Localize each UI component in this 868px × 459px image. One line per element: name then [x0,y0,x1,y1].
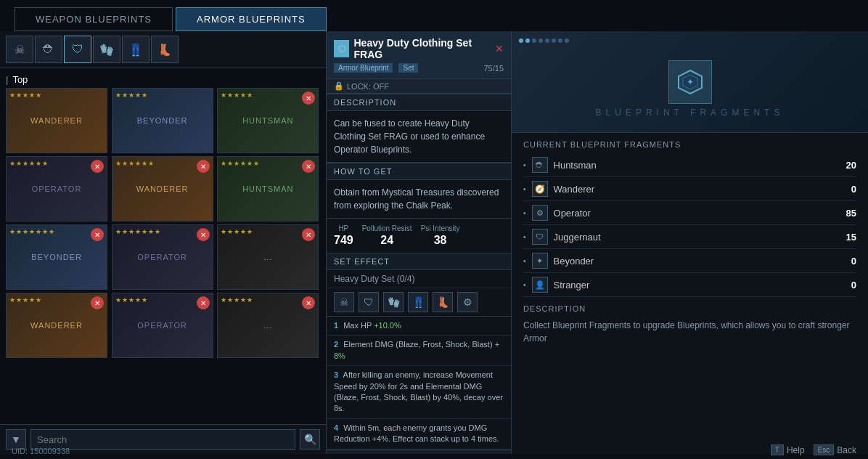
top-tabs: WEAPON BLUEPRINTS ARMOR BLUEPRINTS [0,0,868,31]
fragment-icon: ✦ [668,60,712,104]
stat-hp: HP 749 [334,224,353,247]
set-slot-head: ☠ [334,292,354,312]
effect-4: 4 Within 5m, each enemy grants you DMG R… [327,419,511,450]
beyonder-label: Beyonder [554,256,846,267]
dot-3 [532,38,536,43]
stranger-count: 0 [851,280,856,291]
frag-stranger: • 👤 Stranger 0 [523,273,856,297]
help-key: T [771,444,784,455]
detail-title: Heavy Duty Clothing Set FRAG [353,37,488,60]
detail-header: ⬡ Heavy Duty Clothing Set FRAG ✕ Armor B… [327,31,511,79]
frag-list: • ⛑ Huntsman 20 • 🧭 Wanderer 0 • ⚙ Opera… [512,153,868,297]
detail-item-icon: ⬡ [334,40,349,57]
stat-hp-label: HP [338,224,348,232]
dot-4 [539,38,543,43]
table-row[interactable]: OPERATOR ★★★★★ ✕ [112,293,213,358]
huntsman-count: 20 [846,160,856,171]
effect-3: 3 After killing an enemy, increase Movem… [327,366,511,419]
table-row[interactable]: HUNTSMAN ★★★★★★ ✕ [217,156,319,222]
filter-helmet[interactable]: ⛑ [35,36,62,63]
svg-text:✦: ✦ [687,77,694,87]
beyonder-icon: ✦ [532,253,548,269]
stranger-label: Stranger [554,280,846,291]
filter-skull[interactable]: ☠ [6,36,33,63]
stat-psi-value: 38 [434,234,447,247]
huntsman-label: Huntsman [554,160,840,171]
detail-panel: ⬡ Heavy Duty Clothing Set FRAG ✕ Armor B… [327,31,512,454]
lock-row: 🔒 LOCK: OFF [327,79,511,94]
bullet: • [523,161,526,169]
set-effect-header: SET EFFECT [327,253,511,270]
operator-icon: ⚙ [532,205,548,221]
table-row[interactable]: WANDERER ★★★★★ [6,88,107,153]
table-row[interactable]: HUNTSMAN ★★★★★ ✕ [217,88,319,153]
table-row[interactable]: ... ★★★★★ ✕ [217,293,319,358]
tab-weapon[interactable]: WEAPON BLUEPRINTS [15,7,173,31]
set-slot-boots: 👢 [433,292,453,312]
filter-row: ☠ ⛑ 🛡 🧤 👖 👢 [0,31,326,68]
left-panel: ☠ ⛑ 🛡 🧤 👖 👢 Top WANDERER ★★★★★ BEYONDER … [0,31,327,454]
search-submit[interactable]: 🔍 [300,429,320,450]
lock-label: LOCK: OFF [347,82,389,91]
set-slot-chest: 🛡 [359,292,379,312]
current-frags-header: CURRENT BLUEPRINT FRAGMENTS [512,133,868,153]
filter-legs[interactable]: 👖 [122,36,150,63]
description-header: DESCRIPTION [327,94,511,111]
right-desc-text: Collect Blueprint Fragments to upgrade B… [512,316,868,352]
frag-operator: • ⚙ Operator 85 [523,201,856,225]
lock-icon: 🔒 [334,81,344,91]
frag-huntsman: • ⛑ Huntsman 20 [523,153,856,177]
action-bar: F Fuse C Lock J V's Presentation [327,450,511,454]
bottom-bar: T Help Esc Back [759,441,868,459]
filter-gloves[interactable]: 🧤 [93,36,120,63]
dot-7 [558,38,562,43]
frag-juggernaut: • 🛡 Juggernaut 15 [523,225,856,249]
stats-row: HP 749 Pollution Resist 24 Psi Intensity… [327,219,511,253]
dot-1 [519,38,523,43]
beyonder-count: 0 [851,256,856,267]
wanderer-icon: 🧭 [532,181,548,197]
table-row[interactable]: WANDERER ★★★★★ ✕ [6,293,107,358]
esc-key: Esc [814,444,835,455]
table-row[interactable]: BEYONDER ★★★★★ [112,88,213,153]
main-layout: ☠ ⛑ 🛡 🧤 👖 👢 Top WANDERER ★★★★★ BEYONDER … [0,31,868,454]
filter-boots[interactable]: 👢 [151,36,179,63]
table-row[interactable]: ... ★★★★★ ✕ [217,224,319,290]
dot-8 [565,38,569,43]
table-row[interactable]: OPERATOR ★★★★★★ ✕ [6,156,107,222]
effect-1: 1 Max HP +10.0% [327,317,511,336]
bullet: • [523,257,526,265]
how-header: HOW TO GET [327,163,511,180]
fragment-dots [519,38,569,43]
description-text: Can be fused to create Heavy Duty Clothi… [327,111,511,163]
operator-count: 85 [846,208,856,219]
detail-id: 75/15 [483,64,504,73]
wanderer-label: Wanderer [554,184,846,195]
dot-5 [545,38,549,43]
huntsman-icon: ⛑ [532,157,548,173]
stat-pollution-label: Pollution Resist [362,224,412,232]
help-button[interactable]: T Help [771,444,805,455]
back-button[interactable]: Esc Back [814,444,856,455]
table-row[interactable]: OPERATOR ★★★★★★★ ✕ [112,224,213,290]
back-label: Back [837,445,856,455]
set-slot-extra: ⚙ [457,292,478,312]
juggernaut-icon: 🛡 [532,229,548,245]
right-panel: ✦ Blueprint Fragments CURRENT BLUEPRINT … [512,31,868,454]
grid-area: Top WANDERER ★★★★★ BEYONDER ★★★★★ HUNTSM… [0,68,326,424]
close-button[interactable]: ✕ [495,43,504,54]
effect-2: 2 Element DMG (Blaze, Frost, Shock, Blas… [327,336,511,366]
table-row[interactable]: BEYONDER ★★★★★★★ ✕ [6,224,107,290]
stat-hp-value: 749 [334,234,353,247]
tab-armor[interactable]: ARMOR BLUEPRINTS [176,7,327,31]
set-icons-row: ☠ 🛡 🧤 👖 👢 ⚙ [327,288,511,317]
frag-beyonder: • ✦ Beyonder 0 [523,249,856,273]
table-row[interactable]: WANDERER ★★★★★★ ✕ [112,156,213,222]
set-slot-arms: 🧤 [383,292,404,312]
filter-chest[interactable]: 🛡 [64,36,91,63]
juggernaut-label: Juggernaut [554,232,840,243]
bullet: • [523,281,526,289]
item-grid: WANDERER ★★★★★ BEYONDER ★★★★★ HUNTSMAN ★… [6,88,320,358]
stat-psi-label: Psi Intensity [421,224,460,232]
how-to-get-text: Obtain from Mystical Treasures discovere… [327,180,511,219]
